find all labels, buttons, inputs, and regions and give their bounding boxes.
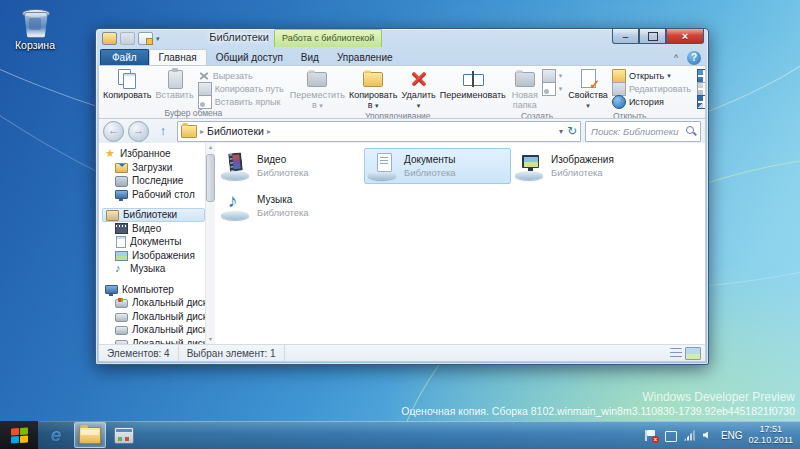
nav-music[interactable]: ♪ Музыка: [102, 262, 205, 276]
nav-pictures[interactable]: Изображения: [102, 249, 205, 263]
ribbon-group-selection: Выделить все Отменить выделение Инвертир…: [694, 67, 706, 118]
dropdown-arrow-icon: ▾: [667, 72, 671, 80]
scroll-up-icon[interactable]: ▴: [209, 143, 212, 152]
nav-recent[interactable]: Последние: [102, 174, 205, 188]
library-tile-documents[interactable]: Документы Библиотека: [364, 148, 511, 184]
taskbar-explorer-button[interactable]: [74, 422, 106, 448]
start-button[interactable]: [0, 421, 38, 449]
library-tile-music[interactable]: ♪ Музыка Библиотека: [217, 188, 364, 224]
forward-button[interactable]: →: [128, 121, 149, 142]
taskbar-app-button[interactable]: [109, 423, 139, 447]
qat-dropdown-icon[interactable]: ▾: [156, 35, 160, 43]
properties-button[interactable]: ✓ Свойства ▾: [566, 67, 610, 111]
easy-access-button[interactable]: ▾: [540, 82, 565, 95]
taskbar: e x ENG 17:51 02.10.2011: [0, 421, 800, 449]
tab-home[interactable]: Главная: [149, 49, 207, 65]
details-view-icon[interactable]: [670, 348, 682, 359]
back-button[interactable]: ←: [103, 121, 124, 142]
clock[interactable]: 17:51 02.10.2011: [749, 424, 793, 447]
cut-button[interactable]: Вырезать: [196, 69, 286, 82]
paste-shortcut-button[interactable]: Вставить ярлык: [196, 95, 286, 108]
tab-manage[interactable]: Управление: [328, 50, 402, 65]
delete-button[interactable]: Удалить ▾: [399, 67, 437, 111]
file-list[interactable]: Видео Библиотека Документы Библиотека: [215, 143, 705, 344]
quick-access-toolbar: ▾: [98, 32, 160, 45]
tab-file[interactable]: Файл: [100, 49, 149, 65]
recycle-bin-desktop-icon[interactable]: Корзина: [6, 6, 64, 51]
thumbnail-view-icon[interactable]: [685, 347, 701, 360]
tray-date: 02.10.2011: [749, 435, 793, 446]
scroll-down-icon[interactable]: ▾: [209, 335, 212, 344]
easy-access-icon: [542, 82, 556, 96]
invert-selection-button[interactable]: Инвертировать выделение: [695, 95, 706, 108]
dropdown-arrow-icon: ▾: [586, 102, 590, 109]
qat-properties-icon[interactable]: [120, 32, 135, 45]
copy-icon: [116, 68, 138, 90]
library-tile-videos[interactable]: Видео Библиотека: [217, 148, 364, 184]
nav-local-disk[interactable]: Локальный диск: [102, 310, 205, 324]
copy-to-button[interactable]: Копировать в ▾: [347, 67, 399, 111]
search-icon[interactable]: [685, 125, 697, 137]
help-icon[interactable]: ?: [687, 51, 701, 65]
maximize-button[interactable]: [639, 29, 666, 44]
copy-path-icon: [198, 82, 212, 96]
nav-computer[interactable]: Компьютер: [102, 283, 205, 297]
scrollbar-thumb[interactable]: [206, 154, 215, 202]
open-button[interactable]: Открыть ▾: [610, 69, 693, 82]
pictures-library-icon: [514, 151, 546, 181]
search-input[interactable]: [589, 125, 685, 138]
nav-videos[interactable]: Видео: [102, 222, 205, 236]
refresh-icon[interactable]: ↻: [567, 125, 577, 137]
library-tile-pictures[interactable]: Изображения Библиотека: [511, 148, 658, 184]
window-tray-icon[interactable]: [664, 429, 677, 442]
paste-button[interactable]: Вставить: [153, 67, 195, 100]
taskbar-ie-button[interactable]: e: [41, 423, 71, 447]
select-all-button[interactable]: Выделить все: [695, 69, 706, 82]
clear-selection-button[interactable]: Отменить выделение: [695, 82, 706, 95]
tab-view[interactable]: Вид: [292, 50, 328, 65]
breadcrumb-root[interactable]: Библиотеки: [207, 125, 264, 137]
nav-desktop[interactable]: Рабочий стол: [102, 188, 205, 202]
collapse-ribbon-icon[interactable]: ^: [669, 53, 683, 63]
nav-local-disk-c[interactable]: Локальный диск: [102, 296, 205, 310]
qat-new-folder-icon[interactable]: [138, 32, 153, 45]
copy-path-button[interactable]: Копировать путь: [196, 82, 286, 95]
new-folder-icon: [514, 68, 536, 90]
nav-scrollbar[interactable]: ▴ ▾: [205, 143, 215, 344]
nav-local-disk[interactable]: Локальный диск: [102, 337, 205, 345]
address-dropdown-icon[interactable]: ▾: [559, 127, 563, 136]
nav-local-disk[interactable]: Локальный диск: [102, 323, 205, 337]
history-button[interactable]: История: [610, 95, 693, 108]
edit-button[interactable]: Редактировать: [610, 82, 693, 95]
action-center-icon[interactable]: x: [645, 429, 658, 442]
title-bar[interactable]: ▾ Библиотеки Работа с библиотекой – ×: [98, 29, 706, 48]
tab-share[interactable]: Общий доступ: [207, 50, 292, 65]
nav-libraries[interactable]: Библиотеки: [102, 208, 205, 222]
move-to-button[interactable]: Переместить в ▾: [288, 67, 347, 111]
group-label-organize: Упорядочивание: [288, 111, 508, 119]
language-indicator[interactable]: ENG: [721, 430, 743, 441]
nav-documents[interactable]: Документы: [102, 235, 205, 249]
navigation-pane: ★ Избранное Загрузки Последние Рабочий с…: [99, 143, 205, 344]
network-icon[interactable]: [683, 429, 696, 442]
copy-button[interactable]: Копировать: [101, 67, 153, 100]
breadcrumb-bar[interactable]: ▸ Библиотеки ▸ ▾ ↻: [177, 121, 581, 142]
nav-favorites[interactable]: ★ Избранное: [102, 147, 205, 161]
explorer-window: ▾ Библиотеки Работа с библиотекой – × Фа…: [95, 28, 709, 365]
crumb-arrow-icon[interactable]: ▸: [267, 127, 271, 136]
close-button[interactable]: ×: [666, 29, 704, 44]
search-box[interactable]: [585, 121, 701, 142]
minimize-button[interactable]: –: [612, 29, 639, 44]
nav-downloads[interactable]: Загрузки: [102, 161, 205, 175]
up-button[interactable]: ↑: [153, 122, 173, 140]
tray-time: 17:51: [749, 424, 793, 435]
screen: Корзина Windows Developer Preview Оценоч…: [0, 0, 800, 449]
new-folder-button[interactable]: Новая папка: [510, 67, 540, 111]
move-to-icon: [306, 68, 328, 90]
new-item-button[interactable]: ▾: [540, 69, 565, 82]
rename-button[interactable]: Переименовать: [438, 67, 508, 100]
copy-to-icon: [362, 68, 384, 90]
explorer-window-icon[interactable]: [102, 32, 117, 45]
volume-icon[interactable]: [702, 429, 715, 442]
ribbon-group-organize: Переместить в ▾ Копировать в ▾ Удалить ▾: [287, 67, 509, 118]
